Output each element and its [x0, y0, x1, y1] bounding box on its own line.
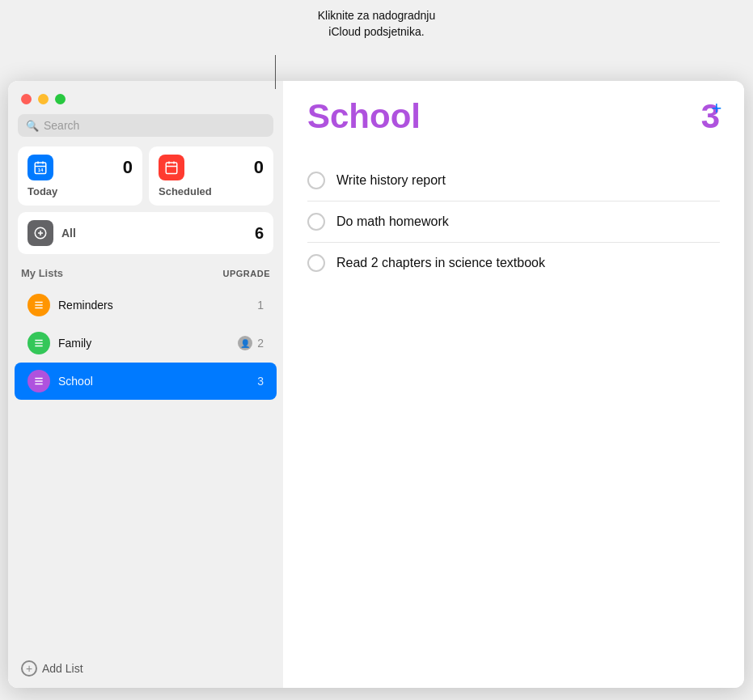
- today-count: 0: [123, 157, 133, 178]
- smart-card-today[interactable]: 14 0 Today: [18, 146, 142, 206]
- upgrade-button[interactable]: UPGRADE: [222, 269, 270, 278]
- list-title: School: [307, 97, 421, 136]
- reminder-text-1: Write history report: [336, 173, 446, 188]
- add-list-button[interactable]: + Add List: [8, 649, 283, 688]
- tooltip-text: Kliknite za nadogradnju iCloud podsjetni…: [318, 8, 436, 40]
- smart-card-scheduled[interactable]: 0 Scheduled: [149, 146, 273, 206]
- svg-text:14: 14: [38, 168, 44, 172]
- reminder-item-2[interactable]: Do math homework: [307, 202, 720, 243]
- main-header: School 3: [307, 97, 720, 136]
- reminder-item-1[interactable]: Write history report: [307, 160, 720, 202]
- sidebar-item-reminders[interactable]: Reminders 1: [15, 286, 277, 324]
- tooltip-line2: iCloud podsjetnika.: [328, 25, 424, 38]
- reminders-label: Reminders: [58, 299, 249, 312]
- family-label: Family: [58, 337, 230, 350]
- today-label: Today: [27, 185, 57, 197]
- family-count: 2: [257, 337, 264, 350]
- minimize-button[interactable]: [38, 94, 49, 104]
- my-lists-header: My Lists UPGRADE: [8, 261, 283, 282]
- tooltip-connector-line: [275, 55, 276, 89]
- scheduled-count: 0: [254, 157, 264, 178]
- school-icon: [27, 370, 50, 392]
- scheduled-icon: [159, 155, 184, 180]
- family-meta: 👤 2: [238, 336, 264, 350]
- reminder-checkbox-2[interactable]: [307, 213, 325, 231]
- reminder-checkbox-3[interactable]: [307, 254, 325, 272]
- smart-lists: 14 0 Today: [8, 146, 283, 261]
- tooltip-line1: Kliknite za nadogradnju: [318, 9, 436, 22]
- svg-rect-5: [166, 163, 177, 174]
- school-meta: 3: [257, 375, 264, 388]
- close-button[interactable]: [21, 94, 32, 104]
- add-list-label: Add List: [42, 662, 83, 675]
- reminders-icon: [27, 294, 50, 316]
- list-items: Reminders 1 Family 👤 2: [8, 282, 283, 649]
- add-list-circle-icon: +: [21, 660, 37, 677]
- titlebar: [8, 81, 283, 111]
- my-lists-title: My Lists: [21, 267, 63, 279]
- school-label: School: [58, 375, 249, 388]
- maximize-button[interactable]: [55, 94, 66, 104]
- search-placeholder: Search: [44, 119, 79, 132]
- today-icon: 14: [27, 155, 53, 180]
- reminder-text-2: Do math homework: [336, 214, 449, 229]
- smart-card-all-wrapper: All 6: [18, 212, 273, 254]
- family-icon: [27, 332, 50, 354]
- main-content: + School 3 Write history report Do math …: [283, 81, 744, 688]
- reminder-item-3[interactable]: Read 2 chapters in science textbook: [307, 243, 720, 283]
- reminder-list: Write history report Do math homework Re…: [307, 160, 720, 283]
- reminder-text-3: Read 2 chapters in science textbook: [336, 256, 545, 270]
- app-window: 🔍 Search 14 0: [8, 81, 744, 688]
- sidebar-item-school[interactable]: School 3: [15, 363, 277, 400]
- search-icon: 🔍: [26, 120, 39, 132]
- scheduled-label: Scheduled: [159, 185, 212, 197]
- search-bar[interactable]: 🔍 Search: [18, 114, 273, 137]
- reminders-count: 1: [257, 299, 264, 312]
- add-reminder-button[interactable]: +: [705, 97, 728, 120]
- all-card-left: All: [27, 220, 76, 246]
- school-count: 3: [257, 375, 264, 388]
- sidebar-item-family[interactable]: Family 👤 2: [15, 325, 277, 362]
- shared-icon: 👤: [238, 336, 252, 350]
- smart-card-all[interactable]: All 6: [18, 212, 273, 254]
- sidebar: 🔍 Search 14 0: [8, 81, 283, 688]
- all-label: All: [61, 227, 76, 240]
- all-icon: [27, 220, 53, 246]
- reminder-checkbox-1[interactable]: [307, 172, 325, 189]
- tooltip-area: Kliknite za nadogradnju iCloud podsjetni…: [0, 0, 753, 85]
- reminders-meta: 1: [257, 299, 264, 312]
- all-count: 6: [255, 224, 264, 243]
